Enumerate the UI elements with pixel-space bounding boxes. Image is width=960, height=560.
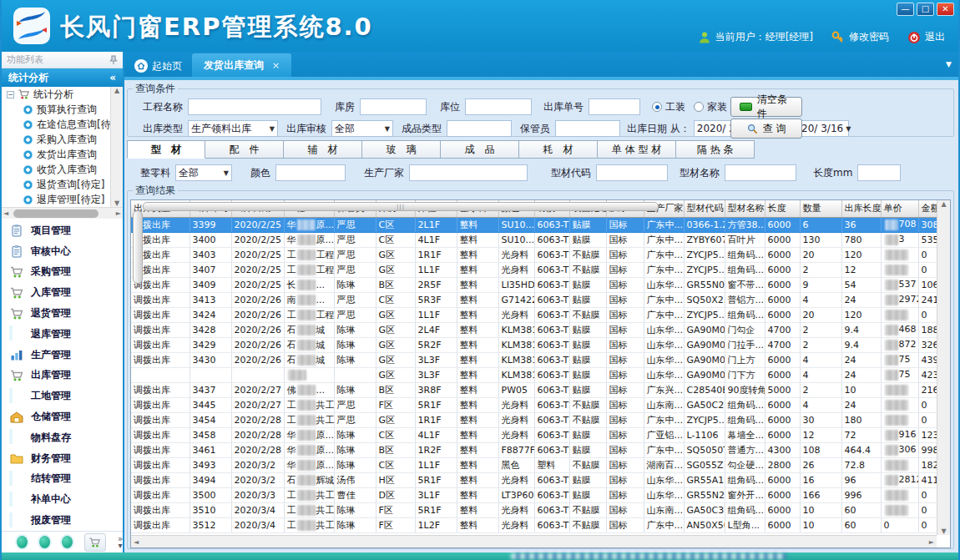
manufacturer-input[interactable] bbox=[409, 164, 528, 181]
radio-home[interactable]: 家装 bbox=[694, 100, 727, 114]
collapse-icon[interactable]: « bbox=[109, 72, 116, 83]
scroll-thumb[interactable] bbox=[133, 210, 143, 284]
tree-expander-icon[interactable]: − bbox=[7, 91, 14, 98]
sidebar-group-退库管理[interactable]: 退库管理 bbox=[2, 324, 123, 345]
group-dot-icon[interactable] bbox=[39, 536, 50, 548]
sidebar-group-物料盘存[interactable]: 物料盘存 bbox=[2, 427, 123, 448]
scroll-up-icon[interactable]: ▲ bbox=[941, 200, 946, 208]
table-row[interactable]: 调拨出库34132020/2/26南...严思C区5R3F整料G71422606… bbox=[131, 292, 946, 307]
out-type-select[interactable]: 生产领料出库▼ bbox=[188, 120, 278, 137]
length-input[interactable] bbox=[857, 164, 901, 181]
table-row[interactable]: 调拨出库34282020/2/26石城陈琳G区2L4F整料KLM38176063… bbox=[131, 322, 946, 337]
table-row[interactable]: G区3L3F整料KLM38176063-T5贴膜国标山东华...GA90M09.… bbox=[131, 367, 946, 382]
sidebar-group-采购管理[interactable]: 采购管理 bbox=[2, 262, 123, 283]
sidebar-group-生产管理[interactable]: 生产管理 bbox=[2, 345, 123, 366]
sidebar-group-入库管理[interactable]: 入库管理 bbox=[2, 282, 123, 303]
tab-list-dropdown-icon[interactable]: ▼ bbox=[946, 60, 952, 68]
group-dot-icon[interactable] bbox=[62, 536, 73, 548]
change-password-link[interactable]: 修改密码 bbox=[831, 30, 889, 44]
tab-close-icon[interactable]: × bbox=[272, 60, 280, 71]
clear-conditions-button[interactable]: 清空条件 bbox=[730, 97, 802, 117]
scroll-right-icon[interactable]: ► bbox=[116, 209, 121, 217]
profile-code-input[interactable] bbox=[596, 164, 668, 181]
table-row[interactable]: 调拨出库35102020/3/4工共工程陈琳F区5R1F整料光身料6063-T5… bbox=[131, 502, 946, 517]
material-tab-7[interactable]: 单 体 型 材 bbox=[598, 140, 676, 159]
sidebar-section-header[interactable]: 统计分析 « bbox=[2, 68, 123, 87]
scroll-thumb[interactable] bbox=[13, 209, 99, 218]
material-tab-5[interactable]: 成 品 bbox=[441, 140, 519, 159]
column-header[interactable]: 型材名称 bbox=[725, 200, 765, 217]
profile-name-input[interactable] bbox=[725, 164, 796, 181]
tree-item[interactable]: 预算执行查询 bbox=[2, 102, 110, 117]
sidebar-group-工地管理[interactable]: 工地管理 bbox=[2, 386, 123, 406]
table-row[interactable]: 调拨出库34242020/2/26工工程严思G区1L1F整料光身料6063-T5… bbox=[131, 307, 946, 322]
tree-item[interactable]: 收货入库查询 bbox=[2, 162, 110, 177]
column-header[interactable]: 出库长度 bbox=[841, 200, 881, 217]
maximize-button[interactable]: □ bbox=[917, 3, 934, 16]
grid-horizontal-scrollbar[interactable]: ◄ ► bbox=[131, 535, 937, 547]
table-row[interactable]: 调拨出库34302020/2/26石城陈琳G区3L3F整料KLM38176063… bbox=[131, 352, 946, 367]
whole-part-select[interactable]: 全部▼ bbox=[175, 164, 232, 181]
column-header[interactable]: 长度 bbox=[765, 200, 800, 217]
tree-vertical-scrollbar[interactable]: ▲▼ bbox=[110, 87, 123, 207]
scroll-up-icon[interactable]: ▲ bbox=[114, 87, 119, 94]
sidebar-group-补单中心[interactable]: 补单中心 bbox=[2, 489, 123, 510]
color-input[interactable] bbox=[275, 164, 346, 181]
table-row[interactable]: 调拨出库35002020/3/3工共工程曹佳D区3L1F整料LT3P606063… bbox=[131, 487, 946, 502]
table-row[interactable]: 调拨出库34372020/2/27佛...陈琳B区3R8F整料PW056063-… bbox=[131, 382, 946, 397]
keeper-input[interactable] bbox=[555, 120, 620, 137]
sidebar-group-审核中心[interactable]: 审核中心 bbox=[2, 241, 123, 262]
table-row[interactable]: 调拨出库34932020/3/2华原...陈琳C区1L1F整料黑色塑料不贴膜国标… bbox=[131, 457, 946, 472]
tree-root[interactable]: − 统计分析 bbox=[2, 87, 110, 102]
logout-link[interactable]: 退出 bbox=[907, 30, 945, 44]
project-name-input[interactable] bbox=[188, 98, 321, 115]
table-row[interactable]: 调拨出库34612020/2/28华原...陈琳B区1R2F整料F8877FT6… bbox=[131, 442, 946, 457]
table-row[interactable]: 调拨出库34942020/3/2石辉城汤伟H区5R1F整料光身料6063-T5贴… bbox=[131, 472, 946, 487]
tree-item[interactable]: 退库管理[待定] bbox=[2, 192, 110, 207]
table-row[interactable]: 调拨出库35122020/3/4工共工程陈琳F区1L2F整料光身料6063-T5… bbox=[131, 517, 946, 532]
radio-industrial[interactable]: 工装 bbox=[652, 100, 685, 114]
column-header[interactable]: 数量 bbox=[800, 200, 841, 217]
column-header[interactable]: 单价 bbox=[881, 200, 918, 217]
tree-item[interactable]: 在途信息查询[待 bbox=[2, 117, 110, 132]
order-no-input[interactable] bbox=[589, 98, 640, 115]
table-row[interactable]: 调拨出库34292020/2/26石城陈琳G区5R2F整料KLM38176063… bbox=[131, 337, 946, 352]
material-tab-4[interactable]: 玻 璃 bbox=[362, 140, 441, 159]
sidebar-group-出库管理[interactable]: 出库管理 bbox=[2, 366, 123, 386]
search-button[interactable]: 查 询 bbox=[730, 119, 802, 139]
sidebar-group-仓储管理[interactable]: 仓储管理 bbox=[2, 406, 123, 427]
material-tab-6[interactable]: 耗 材 bbox=[519, 140, 598, 159]
tree-item[interactable]: 退货查询[待定] bbox=[2, 177, 110, 192]
table-row[interactable]: 调拨出库33992020/2/25华原...严思C区2L1F整料SU10...6… bbox=[131, 217, 946, 232]
material-tab-1[interactable]: 型 材 bbox=[127, 140, 205, 159]
tree-item[interactable]: 发货出库查询 bbox=[2, 147, 110, 162]
scroll-right-icon[interactable]: ► bbox=[929, 538, 934, 546]
minimize-button[interactable]: — bbox=[897, 3, 914, 16]
material-tab-3[interactable]: 辅 材 bbox=[284, 140, 362, 159]
table-row[interactable]: 调拨出库34072020/2/25工工程严思G区1L1F整料光身料6063-T5… bbox=[131, 262, 946, 277]
table-row[interactable]: 调拨出库34542020/2/28工共工程严思G区1R1F整料光身料6063-T… bbox=[131, 412, 946, 427]
pin-icon[interactable] bbox=[109, 55, 118, 65]
warehouse-input[interactable] bbox=[360, 98, 427, 115]
sidebar-group-结转管理[interactable]: 结转管理 bbox=[2, 469, 123, 490]
tab-home[interactable]: 起始页 bbox=[124, 55, 192, 77]
scroll-down-icon[interactable]: ▼ bbox=[114, 199, 119, 207]
column-header[interactable]: 型材代码 bbox=[684, 200, 725, 217]
material-tab-8[interactable]: 隔 热 条 bbox=[676, 140, 755, 159]
cart-shortcut-button[interactable] bbox=[84, 533, 106, 552]
tab-shipping-outbound-query[interactable]: 发货出库查询 × bbox=[192, 53, 291, 77]
group-dot-icon[interactable] bbox=[17, 536, 28, 548]
audit-select[interactable]: 全部▼ bbox=[331, 120, 393, 137]
sidebar-group-财务管理[interactable]: 财务管理 bbox=[2, 448, 123, 469]
table-row[interactable]: 调拨出库34582020/2/28华原...陈琳C区4L1F整料光身料6063-… bbox=[131, 427, 946, 442]
location-input[interactable] bbox=[465, 98, 532, 115]
sidebar-group-项目管理[interactable]: 项目管理 bbox=[2, 220, 123, 241]
sidebar-group-退货管理[interactable]: 退货管理 bbox=[2, 303, 123, 324]
table-row[interactable]: 调拨出库34092020/2/25长...陈琳B区2R5F整料LI35HD606… bbox=[131, 277, 946, 292]
scroll-down-icon[interactable]: ▼ bbox=[941, 527, 946, 535]
close-button[interactable]: ✕ bbox=[937, 3, 954, 16]
tree-item[interactable]: 采购入库查询 bbox=[2, 132, 110, 147]
grid-vertical-scrollbar[interactable]: ▲ ▼ bbox=[937, 200, 950, 535]
more-groups-button[interactable]: »▾ bbox=[118, 536, 123, 549]
material-tab-2[interactable]: 配 件 bbox=[205, 140, 284, 159]
